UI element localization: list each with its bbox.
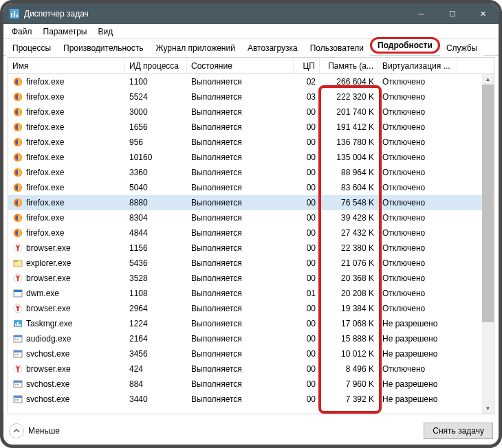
col-virt-header[interactable]: Виртуализация ... bbox=[378, 58, 457, 74]
tab-processes[interactable]: Процессы bbox=[6, 40, 57, 56]
scroll-thumb[interactable] bbox=[482, 85, 494, 322]
maximize-button[interactable]: ☐ bbox=[437, 3, 468, 24]
process-state: Выполняется bbox=[187, 121, 294, 133]
scroll-down-arrow[interactable]: ▼ bbox=[482, 403, 494, 414]
process-cpu: 00 bbox=[294, 317, 320, 330]
table-body[interactable]: firefox.exe1100Выполняется02266 604 KОтк… bbox=[8, 74, 494, 414]
table-row[interactable]: firefox.exe8304Выполняется0039 428 KОткл… bbox=[8, 210, 494, 225]
table-row[interactable]: firefox.exe1100Выполняется02266 604 KОтк… bbox=[8, 74, 494, 89]
col-name-header[interactable]: Имя bbox=[8, 58, 125, 74]
process-memory: 201 740 K bbox=[320, 106, 378, 118]
process-pid: 5040 bbox=[125, 181, 187, 194]
table-row[interactable]: firefox.exe3000Выполняется00201 740 KОтк… bbox=[8, 104, 494, 120]
process-memory: 17 068 K bbox=[320, 317, 378, 330]
tab-app-history[interactable]: Журнал приложений bbox=[150, 40, 241, 56]
process-state: Выполняется bbox=[187, 333, 294, 345]
tab-startup[interactable]: Автозагрузка bbox=[241, 40, 304, 56]
process-memory: 266 604 K bbox=[320, 76, 378, 88]
process-virtualization: Не разрешено bbox=[378, 348, 457, 360]
process-virtualization: Отключено bbox=[378, 76, 457, 88]
svg-rect-28 bbox=[14, 260, 18, 262]
process-pid: 8880 bbox=[125, 197, 187, 209]
table-row[interactable]: browser.exe3528Выполняется0020 368 KОткл… bbox=[8, 271, 494, 286]
process-memory: 15 888 K bbox=[320, 333, 378, 345]
process-virtualization: Отключено bbox=[378, 151, 457, 164]
menu-file[interactable]: Файл bbox=[8, 25, 36, 38]
svc-icon bbox=[12, 348, 23, 359]
tab-services[interactable]: Службы bbox=[440, 40, 483, 56]
table-row[interactable]: firefox.exe5040Выполняется0083 604 KОткл… bbox=[8, 180, 494, 195]
table-row[interactable]: firefox.exe3360Выполняется0088 964 KОткл… bbox=[8, 165, 494, 180]
firefox-icon bbox=[12, 182, 23, 193]
firefox-icon bbox=[12, 137, 23, 148]
menu-view[interactable]: Вид bbox=[94, 25, 117, 38]
table-row[interactable]: browser.exe1156Выполняется0022 380 KОткл… bbox=[8, 240, 494, 256]
tabs: Процессы Производительность Журнал прило… bbox=[3, 39, 499, 56]
process-pid: 1108 bbox=[125, 287, 187, 300]
process-virtualization: Отключено bbox=[378, 287, 457, 300]
process-cpu: 00 bbox=[294, 197, 320, 209]
process-name: firefox.exe bbox=[26, 137, 64, 147]
table-row[interactable]: firefox.exe10160Выполняется00135 004 KОт… bbox=[8, 150, 494, 165]
svg-point-53 bbox=[17, 399, 19, 401]
taskmgr-icon bbox=[12, 318, 23, 329]
table-row[interactable]: firefox.exe5524Выполняется03222 320 KОтк… bbox=[8, 89, 494, 104]
process-pid: 3360 bbox=[125, 166, 187, 179]
svg-rect-42 bbox=[14, 350, 22, 352]
process-memory: 222 320 K bbox=[320, 91, 378, 103]
table-row[interactable]: Taskmgr.exe1224Выполняется0017 068 KНе р… bbox=[8, 316, 494, 331]
table-row[interactable]: svchost.exe3440Выполняется007 392 KНе ра… bbox=[8, 392, 494, 407]
fewer-details-label[interactable]: Меньше bbox=[28, 426, 60, 436]
scroll-up-arrow[interactable]: ▲ bbox=[482, 74, 494, 85]
table-row[interactable]: browser.exe2964Выполняется0019 384 KОткл… bbox=[8, 301, 494, 316]
tab-performance[interactable]: Производительность bbox=[57, 40, 149, 56]
firefox-icon bbox=[12, 152, 23, 163]
svg-rect-51 bbox=[14, 396, 22, 398]
table-row[interactable]: explorer.exe5436Выполняется0021 076 KОтк… bbox=[8, 256, 494, 271]
col-mem-header[interactable]: Память (а... bbox=[320, 58, 378, 74]
process-table: Имя ИД процесса Состояние ЦП Память (а..… bbox=[8, 57, 494, 414]
process-pid: 3528 bbox=[125, 272, 187, 284]
end-task-button[interactable]: Снять задачу bbox=[424, 423, 493, 439]
process-name: firefox.exe bbox=[26, 153, 64, 162]
process-virtualization: Отключено bbox=[378, 181, 457, 194]
table-row[interactable]: browser.exe424Выполняется008 496 KОтключ… bbox=[8, 361, 494, 377]
process-cpu: 02 bbox=[294, 76, 320, 88]
process-virtualization: Отключено bbox=[378, 212, 457, 224]
table-row[interactable]: firefox.exe956Выполняется00136 780 KОткл… bbox=[8, 135, 494, 150]
process-cpu: 00 bbox=[294, 181, 320, 194]
process-state: Выполняется bbox=[187, 181, 294, 194]
table-row[interactable]: svchost.exe3456Выполняется0010 012 KНе р… bbox=[8, 346, 494, 361]
titlebar[interactable]: Диспетчер задач ─ ☐ ✕ bbox=[3, 3, 499, 24]
process-state: Выполняется bbox=[187, 106, 294, 118]
menu-options[interactable]: Параметры bbox=[39, 25, 91, 38]
close-button[interactable]: ✕ bbox=[468, 3, 499, 24]
col-state-header[interactable]: Состояние bbox=[187, 58, 294, 74]
process-cpu: 03 bbox=[294, 91, 320, 103]
table-row[interactable]: firefox.exe8880Выполняется0076 548 KОткл… bbox=[8, 195, 494, 210]
tab-details[interactable]: Подробности bbox=[370, 37, 440, 54]
process-cpu: 00 bbox=[294, 106, 320, 118]
table-row[interactable]: dwm.exe1108Выполняется0120 208 KОтключен… bbox=[8, 286, 494, 301]
table-row[interactable]: audiodg.exe2164Выполняется0015 888 KНе р… bbox=[8, 331, 494, 346]
yandex-icon bbox=[12, 273, 23, 284]
col-cpu-header[interactable]: ЦП bbox=[294, 58, 320, 74]
process-pid: 5524 bbox=[125, 91, 187, 103]
fewer-details-icon[interactable] bbox=[9, 423, 24, 438]
table-row[interactable]: firefox.exe1656Выполняется00191 412 KОтк… bbox=[8, 120, 494, 135]
process-name: browser.exe bbox=[26, 273, 71, 283]
process-state: Выполняется bbox=[187, 257, 294, 269]
process-pid: 4844 bbox=[125, 227, 187, 239]
tab-users[interactable]: Пользователи bbox=[304, 40, 370, 56]
process-state: Выполняется bbox=[187, 242, 294, 254]
svg-rect-2 bbox=[14, 11, 15, 17]
col-pid-header[interactable]: ИД процесса bbox=[125, 58, 187, 74]
process-virtualization: Отключено bbox=[378, 166, 457, 179]
svg-point-49 bbox=[17, 384, 19, 385]
process-name: firefox.exe bbox=[26, 213, 64, 223]
table-row[interactable]: firefox.exe4844Выполняется0027 432 KОткл… bbox=[8, 225, 494, 240]
vertical-scrollbar[interactable]: ▲ ▼ bbox=[482, 74, 494, 414]
process-state: Выполняется bbox=[187, 378, 294, 390]
minimize-button[interactable]: ─ bbox=[406, 3, 437, 24]
table-row[interactable]: svchost.exe884Выполняется007 960 KНе раз… bbox=[8, 377, 494, 392]
